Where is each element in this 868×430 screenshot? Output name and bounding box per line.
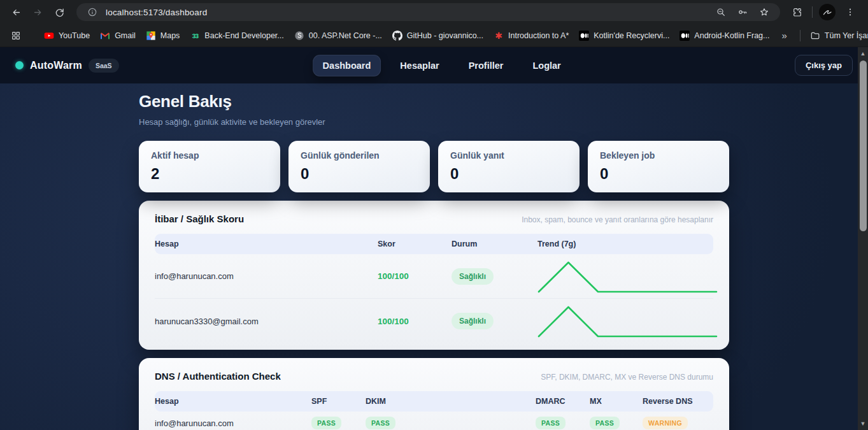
nav-item-profiller[interactable]: Profiller [459, 55, 514, 76]
score-value: 100/100 [378, 317, 452, 326]
bookmark-label: Back-End Developer... [204, 31, 283, 40]
stat-card: Günlük yanıt0 [438, 141, 580, 192]
scroll-down-icon[interactable]: ▼ [858, 419, 868, 429]
medium-icon [579, 31, 589, 41]
all-bookmarks[interactable]: Tüm Yer İşaretleri [795, 28, 868, 43]
refresh-icon[interactable] [50, 3, 69, 22]
logout-button[interactable]: Çıkış yap [795, 55, 853, 76]
reputation-title: İtibar / Sağlık Skoru [155, 213, 244, 224]
nav-item-dashboard[interactable]: Dashboard [313, 55, 381, 76]
github-icon [392, 31, 402, 41]
reputation-column-header: Hesap [155, 240, 378, 248]
back-icon[interactable] [6, 3, 25, 22]
dns-table-header: HesapSPFDKIMDMARCMXReverse DNS [155, 391, 713, 412]
menu-kebab-icon[interactable] [842, 4, 858, 20]
stats-grid: Aktif hesap2Günlük gönderilen0Günlük yan… [139, 141, 729, 192]
stat-label: Günlük yanıt [450, 150, 567, 161]
bookmark-label: 00. ASP.Net Core -... [309, 31, 382, 40]
bookmark-item[interactable]: GitHub - giovannico... [388, 28, 488, 43]
stat-value: 0 [450, 165, 567, 183]
bookmark-item[interactable]: Android-Kotlin Frag... [675, 28, 774, 43]
extensions-puzzle-icon[interactable] [789, 4, 806, 20]
reputation-hint: Inbox, spam, bounce ve yanıt oranlarına … [522, 215, 713, 224]
dns-hint: SPF, DKIM, DMARC, MX ve Reverse DNS duru… [541, 373, 713, 382]
saas-badge: SaaS [89, 59, 119, 73]
trend-sparkline [537, 259, 718, 294]
account-email: harunucan3330@gmail.com [155, 317, 378, 326]
bookmark-star-icon[interactable] [756, 4, 772, 20]
reputation-row: info@harunucan.com100/100Sağlıklı [155, 254, 713, 299]
reputation-row: harunucan3330@gmail.com100/100Sağlıklı [155, 299, 713, 343]
page-scrollbar[interactable]: ▲ ▼ [858, 47, 868, 430]
account-email: info@harunucan.com [155, 419, 311, 428]
toolbar-divider [812, 6, 813, 18]
dns-column-header: Hesap [155, 397, 311, 406]
profile-avatar[interactable] [819, 4, 836, 20]
bookmark-item[interactable]: YouTube [39, 28, 94, 43]
dns-table-body: info@harunucan.comPASSPASSPASSPASSWARNIN… [155, 412, 713, 430]
app-viewport: AutoWarm SaaS DashboardHesaplarProfiller… [0, 47, 868, 430]
reputation-column-header: Skor [378, 240, 452, 248]
dashboard-content: Genel Bakış Hesap sağlığı, günlük aktivi… [139, 83, 729, 430]
bookmarks-overflow-chevron[interactable]: » [776, 30, 792, 41]
scroll-up-icon[interactable]: ▲ [858, 48, 868, 59]
stat-value: 0 [301, 165, 418, 183]
maps-icon [146, 31, 156, 41]
bookmarks-list: YouTubeGmailMapsɜɜBack-End Developer...0… [39, 28, 774, 43]
stat-card: Günlük gönderilen0 [288, 141, 430, 192]
gmail-icon [100, 31, 110, 41]
stat-value: 2 [151, 165, 268, 183]
medium-icon [679, 31, 690, 41]
all-bookmarks-label[interactable]: Tüm Yer İşaretleri [825, 31, 868, 40]
browser-toolbar: localhost:5173/dashboard [0, 0, 868, 24]
address-bar[interactable]: localhost:5173/dashboard [76, 3, 780, 21]
dns-check-badge: PASS [311, 417, 341, 429]
stat-label: Bekleyen job [600, 150, 717, 161]
redblob-icon: ✱ [494, 31, 504, 41]
bookmark-item[interactable]: Maps [141, 28, 185, 43]
status-badge: Sağlıklı [452, 268, 494, 285]
dns-check-badge: PASS [366, 417, 395, 429]
dns-column-header: DKIM [366, 397, 536, 406]
score-value: 100/100 [378, 271, 452, 281]
main-nav: DashboardHesaplarProfillerLoglar [313, 55, 571, 76]
youtube-icon [44, 31, 54, 41]
bookmark-label: Kotlin'de Recyclervi... [594, 31, 669, 40]
brand-dot-icon [15, 61, 24, 69]
bookmark-item[interactable]: 00. ASP.Net Core -... [290, 28, 387, 43]
bookmark-label: Gmail [115, 31, 136, 40]
toolbar-right [789, 4, 858, 20]
globe-icon [294, 31, 304, 41]
reputation-table-body: info@harunucan.com100/100Sağlıklıharunuc… [155, 254, 713, 343]
dns-column-header: Reverse DNS [643, 397, 713, 406]
bookmarks-bar: YouTubeGmailMapsɜɜBack-End Developer...0… [0, 24, 868, 47]
reputation-table-header: HesapSkorDurumTrend (7g) [155, 234, 713, 254]
bookmark-label: Introduction to A* [508, 31, 569, 40]
scrollbar-thumb[interactable] [860, 61, 867, 231]
apps-grid-icon[interactable] [8, 27, 24, 44]
roadmap-icon: ɜɜ [190, 31, 200, 41]
dns-check-badge: PASS [536, 417, 566, 429]
url-text[interactable]: localhost:5173/dashboard [106, 8, 708, 17]
site-info-icon[interactable] [84, 4, 101, 20]
dns-title: DNS / Authentication Check [155, 371, 281, 382]
folder-icon [810, 31, 820, 41]
bookmark-label: Android-Kotlin Frag... [694, 31, 769, 40]
password-key-icon[interactable] [734, 4, 751, 20]
brand-name: AutoWarm [30, 60, 82, 71]
stat-card: Bekleyen job0 [588, 141, 729, 192]
bookmark-item[interactable]: Gmail [96, 28, 140, 43]
status-badge: Sağlıklı [452, 313, 494, 329]
bookmark-item[interactable]: Kotlin'de Recyclervi... [574, 28, 674, 43]
dns-column-header: SPF [311, 397, 366, 406]
bookmark-item[interactable]: ɜɜBack-End Developer... [185, 28, 288, 43]
zoom-out-icon[interactable] [713, 4, 729, 20]
dns-check-badge: WARNING [643, 417, 688, 429]
nav-item-hesaplar[interactable]: Hesaplar [390, 55, 449, 76]
page-title: Genel Bakış [139, 92, 729, 111]
forward-icon [28, 3, 47, 22]
nav-item-loglar[interactable]: Loglar [522, 55, 571, 76]
account-email: info@harunucan.com [155, 271, 378, 281]
stat-label: Günlük gönderilen [301, 150, 418, 161]
bookmark-item[interactable]: ✱Introduction to A* [489, 28, 573, 43]
